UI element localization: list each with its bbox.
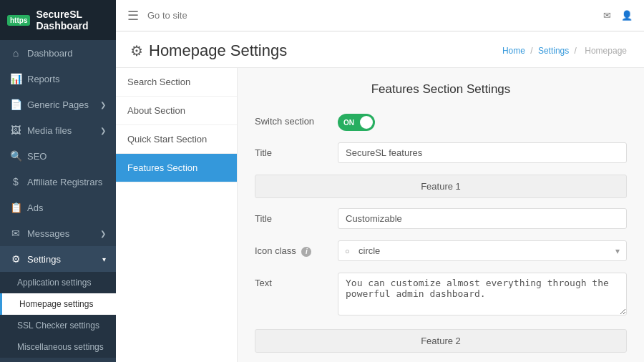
brand-badge: https — [7, 15, 30, 26]
page-title: Homepage Settings — [149, 41, 287, 60]
affiliate-icon: $ — [10, 176, 21, 187]
sidebar-item-generic-pages[interactable]: 📄 Generic Pages ❯ — [0, 92, 116, 117]
breadcrumb-sep1: / — [530, 46, 535, 56]
reports-icon: 📊 — [10, 73, 21, 84]
sidebar-item-label: Settings — [27, 254, 61, 265]
sidebar-item-label: Media files — [27, 125, 72, 136]
feature1-title-control — [338, 208, 627, 229]
sidebar-item-label: Reports — [27, 74, 60, 84]
main-area: ☰ Go to site ✉ 👤 ⚙ Homepage Settings Hom… — [116, 0, 644, 362]
chevron-right-icon: ❯ — [100, 230, 106, 238]
mail-icon[interactable]: ✉ — [603, 10, 611, 21]
feature1-text-input[interactable]: You can customize almost everything thro… — [338, 273, 627, 315]
feature1-text-control: You can customize almost everything thro… — [338, 273, 627, 318]
title-control — [338, 142, 627, 163]
sidebar-item-label: Ads — [27, 202, 43, 213]
section-list: Search Section About Section Quick Start… — [116, 68, 238, 362]
media-icon: 🖼 — [10, 124, 21, 136]
feature1-icon-row: Icon class i ○ circle — [255, 240, 627, 261]
pages-icon: 📄 — [10, 99, 21, 110]
sidebar-item-messages[interactable]: ✉ Messages ❯ — [0, 220, 116, 246]
sidebar-item-label: SEO — [27, 151, 47, 162]
sidebar-nav: ⌂ Dashboard 📊 Reports 📄 Generic Pages ❯ … — [0, 40, 116, 362]
switch-control: ON — [338, 111, 627, 131]
brand-name: SecureSL Dashboard — [36, 9, 109, 31]
section-item-about[interactable]: About Section — [116, 97, 237, 125]
switch-label: Switch section — [255, 111, 326, 127]
section-item-quickstart[interactable]: Quick Start Section — [116, 125, 237, 154]
dashboard-icon: ⌂ — [10, 47, 21, 59]
feature1-text-row: Text You can customize almost everything… — [255, 273, 627, 318]
sidebar: https SecureSL Dashboard ⌂ Dashboard 📊 R… — [0, 0, 116, 362]
sidebar-item-homepage-settings[interactable]: Homepage settings — [0, 293, 116, 315]
form-panel: Features Section Settings Switch section… — [238, 68, 644, 362]
topbar: ☰ Go to site ✉ 👤 — [116, 0, 644, 31]
sidebar-item-label: Affiliate Registrars — [27, 177, 102, 187]
feature1-icon-select[interactable]: circle — [338, 240, 627, 261]
sidebar-item-reports[interactable]: 📊 Reports — [0, 66, 116, 92]
toggle-switch[interactable]: ON — [338, 114, 375, 131]
sidebar-item-miscellaneous-settings[interactable]: Miscellaneous settings — [0, 336, 116, 358]
feature1-select-wrap: ○ circle — [338, 240, 627, 261]
page-settings-icon: ⚙ — [130, 42, 143, 59]
sidebar-item-ads[interactable]: 📋 Ads — [0, 195, 116, 220]
sidebar-item-settings[interactable]: ⚙ Settings ▾ — [0, 246, 116, 272]
switch-section-row: Switch section ON — [255, 111, 627, 131]
user-icon[interactable]: 👤 — [621, 10, 633, 21]
brand: https SecureSL Dashboard — [0, 0, 116, 40]
feature1-icon-label: Icon class i — [255, 240, 326, 257]
breadcrumb-home[interactable]: Home — [502, 46, 525, 56]
toggle-wrap: ON — [338, 111, 627, 131]
feature1-header: Feature 1 — [255, 175, 627, 198]
toggle-on-label: ON — [343, 119, 354, 127]
feature1-icon-control: ○ circle — [338, 240, 627, 261]
page-title-row: ⚙ Homepage Settings — [130, 41, 287, 60]
feature1-title-row: Title — [255, 208, 627, 229]
toggle-knob — [360, 116, 373, 129]
seo-icon: 🔍 — [10, 150, 21, 162]
feature1-title-input[interactable] — [338, 208, 627, 229]
breadcrumb-current: Homepage — [585, 46, 627, 56]
messages-icon: ✉ — [10, 228, 21, 239]
chevron-down-icon: ▾ — [102, 255, 106, 263]
ads-icon: 📋 — [10, 202, 21, 213]
topbar-left: ☰ Go to site — [127, 8, 187, 24]
feature2-header: Feature 2 — [255, 329, 627, 353]
title-row: Title — [255, 142, 627, 163]
title-input[interactable] — [338, 142, 627, 163]
hamburger-icon[interactable]: ☰ — [127, 8, 139, 24]
goto-site-link[interactable]: Go to site — [147, 10, 187, 21]
topbar-right: ✉ 👤 — [603, 10, 633, 21]
title-label: Title — [255, 142, 326, 158]
breadcrumb: Home / Settings / Homepage — [502, 46, 630, 56]
feature1-text-label: Text — [255, 273, 326, 288]
sidebar-item-label: Generic Pages — [27, 99, 89, 110]
breadcrumb-settings[interactable]: Settings — [538, 46, 569, 56]
sidebar-item-dashboard[interactable]: ⌂ Dashboard — [0, 40, 116, 66]
sidebar-item-label: Dashboard — [27, 48, 73, 59]
sidebar-item-affiliate[interactable]: $ Affiliate Registrars — [0, 169, 116, 195]
sidebar-item-ssl-checker-settings[interactable]: SSL Checker settings — [0, 315, 116, 336]
sidebar-item-label: Messages — [27, 228, 69, 239]
page-header: ⚙ Homepage Settings Home / Settings / Ho… — [116, 31, 644, 68]
page-body: Search Section About Section Quick Start… — [116, 68, 644, 362]
section-item-features[interactable]: Features Section — [116, 154, 237, 182]
sidebar-item-seo[interactable]: 🔍 SEO — [0, 143, 116, 169]
features-section-title: Features Section Settings — [255, 82, 627, 97]
breadcrumb-sep2: / — [575, 46, 580, 56]
feature1-title-label: Title — [255, 208, 326, 224]
section-item-search[interactable]: Search Section — [116, 68, 237, 97]
chevron-right-icon: ❯ — [100, 101, 106, 109]
settings-icon: ⚙ — [10, 253, 21, 265]
sidebar-item-media-files[interactable]: 🖼 Media files ❯ — [0, 117, 116, 143]
sidebar-item-application-settings[interactable]: Application settings — [0, 272, 116, 293]
settings-submenu: Application settings Homepage settings S… — [0, 272, 116, 358]
info-icon[interactable]: i — [301, 247, 311, 257]
chevron-right-icon: ❯ — [100, 127, 106, 134]
